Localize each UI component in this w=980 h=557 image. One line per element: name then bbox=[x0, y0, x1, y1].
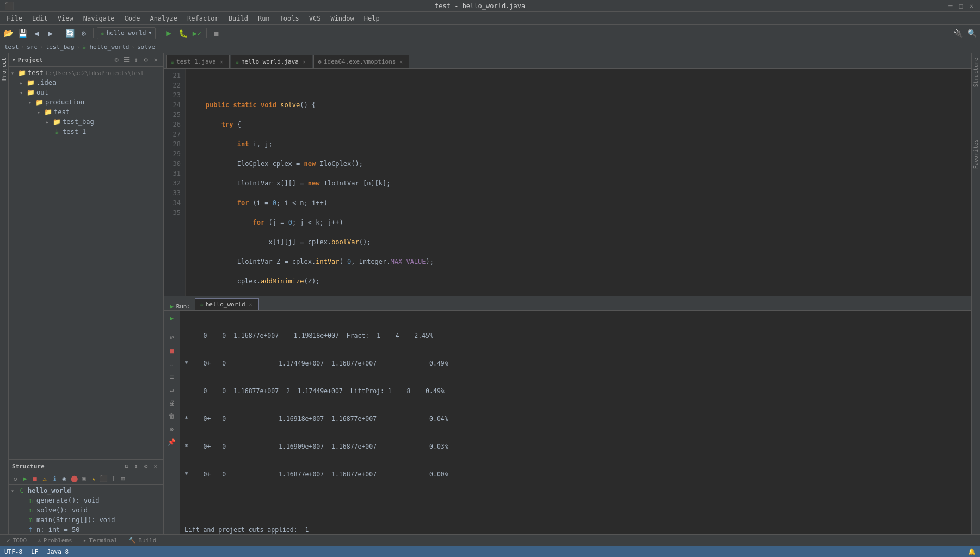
tab-test1-close[interactable]: ✕ bbox=[218, 59, 225, 65]
bottom-tab-build[interactable]: 🔨 Build bbox=[124, 536, 161, 545]
bottom-tab-terminal[interactable]: ▸ Terminal bbox=[79, 536, 122, 545]
breadcrumb-src[interactable]: src bbox=[27, 44, 38, 51]
terminal-label: Terminal bbox=[89, 537, 118, 544]
toolbar-open-btn[interactable]: 📂 bbox=[2, 27, 14, 39]
struct-btn-12[interactable]: ⊞ bbox=[119, 474, 127, 483]
struct-main[interactable]: ▸ m main(String[]): void bbox=[9, 515, 163, 525]
status-line-endings[interactable]: LF bbox=[31, 548, 38, 555]
run-tab-helloworld[interactable]: ☕ hello_world ✕ bbox=[195, 298, 258, 310]
menu-tools[interactable]: Tools bbox=[275, 14, 304, 23]
toolbar-save-btn[interactable]: 💾 bbox=[16, 27, 28, 39]
run-filter-btn[interactable]: ≡ bbox=[167, 372, 177, 382]
menu-code[interactable]: Code bbox=[120, 14, 145, 23]
toolbar-sep-1 bbox=[60, 28, 60, 38]
toolbar-search-btn[interactable]: 🔍 bbox=[966, 27, 978, 39]
structure-sort-btn[interactable]: ⇅ bbox=[122, 462, 131, 471]
breadcrumb-helloworld[interactable]: ☕ hello_world bbox=[82, 44, 129, 51]
editor-content[interactable]: 21 22 23 24 25 26 27 28 29 30 31 32 33 3… bbox=[164, 69, 971, 296]
menu-navigate[interactable]: Navigate bbox=[79, 14, 119, 23]
project-tab-icon[interactable]: Project bbox=[1, 55, 7, 83]
menu-help[interactable]: Help bbox=[360, 14, 384, 23]
breadcrumb-solve[interactable]: solve bbox=[137, 44, 155, 51]
menu-edit[interactable]: Edit bbox=[28, 14, 52, 23]
bottom-tab-todo[interactable]: ✓ TODO bbox=[2, 536, 31, 545]
run-stop-btn[interactable]: ■ bbox=[167, 345, 177, 356]
menu-file[interactable]: File bbox=[2, 14, 27, 23]
structure-close-btn[interactable]: ✕ bbox=[151, 462, 160, 471]
favorites-right-label[interactable]: Favorites bbox=[973, 135, 979, 173]
run-clear-btn[interactable]: 🗑 bbox=[167, 411, 177, 422]
close-btn[interactable]: ✕ bbox=[967, 2, 976, 10]
toolbar-sync-btn[interactable]: 🔄 bbox=[64, 27, 76, 39]
menu-run[interactable]: Run bbox=[254, 14, 274, 23]
struct-btn-10[interactable]: ⬛ bbox=[99, 474, 108, 483]
breadcrumb-testbag[interactable]: test_bag bbox=[46, 44, 75, 51]
project-expand-all-btn[interactable]: ↕ bbox=[132, 55, 140, 64]
tree-test-inner[interactable]: ▾ 📁 test bbox=[9, 107, 163, 117]
struct-btn-11[interactable]: T bbox=[109, 474, 118, 483]
status-java-version[interactable]: Java 8 bbox=[47, 548, 69, 555]
tree-out[interactable]: ▾ 📁 out bbox=[9, 88, 163, 97]
project-settings-btn[interactable]: ⚙ bbox=[112, 55, 121, 64]
run-rerun-btn[interactable]: ↺ bbox=[167, 332, 177, 343]
tree-idea[interactable]: ▸ 📁 .idea bbox=[9, 78, 163, 88]
toolbar-plugin-btn[interactable]: 🔌 bbox=[952, 27, 964, 39]
menu-refactor[interactable]: Refactor bbox=[183, 14, 223, 23]
stop-button[interactable]: ■ bbox=[210, 27, 222, 39]
menu-window[interactable]: Window bbox=[326, 14, 358, 23]
breadcrumb-test[interactable]: test bbox=[4, 44, 19, 51]
struct-solve[interactable]: ▸ m solve(): void bbox=[9, 505, 163, 515]
tab-test1[interactable]: ☕ test_1.java ✕ bbox=[166, 55, 230, 68]
status-encoding[interactable]: UTF-8 bbox=[4, 548, 22, 555]
run-pin-btn[interactable]: 📌 bbox=[167, 437, 177, 448]
struct-btn-4[interactable]: ⚠ bbox=[40, 474, 49, 483]
tab-vmoptions[interactable]: ⚙ idea64.exe.vmoptions ✕ bbox=[313, 55, 409, 68]
run-config-dropdown[interactable]: ☕ hello_world ▾ bbox=[97, 27, 156, 39]
struct-btn-5[interactable]: ℹ bbox=[50, 474, 59, 483]
tree-root[interactable]: ▾ 📁 test C:\Users\pc2\IdeaProjects\test bbox=[9, 68, 163, 78]
maximize-btn[interactable]: □ bbox=[957, 2, 965, 10]
run-settings-btn[interactable]: ⚙ bbox=[167, 424, 177, 435]
menu-analyze[interactable]: Analyze bbox=[145, 14, 182, 23]
toolbar-run-config[interactable]: ⚙ bbox=[78, 27, 90, 39]
project-collapse-btn[interactable]: ☰ bbox=[122, 55, 131, 64]
run-wrap-btn[interactable]: ↵ bbox=[167, 385, 177, 395]
run-scroll-btn[interactable]: ⇓ bbox=[167, 358, 177, 369]
structure-settings-btn[interactable]: ⚙ bbox=[141, 462, 150, 471]
struct-class[interactable]: ▾ C hello_world bbox=[9, 486, 163, 496]
debug-button[interactable]: 🐛 bbox=[177, 27, 189, 39]
struct-btn-8[interactable]: ▣ bbox=[79, 474, 88, 483]
tab-helloworld[interactable]: ☕ hello_world.java ✕ bbox=[231, 55, 312, 68]
menu-view[interactable]: View bbox=[53, 14, 78, 23]
tree-test1[interactable]: ▸ ☕ test_1 bbox=[9, 127, 163, 137]
toolbar-forward-btn[interactable]: ▶ bbox=[45, 27, 57, 39]
menu-vcs[interactable]: VCS bbox=[305, 14, 325, 23]
minimize-btn[interactable]: ─ bbox=[946, 2, 954, 10]
run-print-btn[interactable]: 🖨 bbox=[167, 398, 177, 409]
struct-n[interactable]: ▸ f n: int = 50 bbox=[9, 525, 163, 535]
project-close-btn[interactable]: ✕ bbox=[151, 55, 160, 64]
tab-vmoptions-close[interactable]: ✕ bbox=[398, 59, 404, 65]
toolbar-back-btn[interactable]: ◀ bbox=[30, 27, 42, 39]
structure-right-label[interactable]: Structure bbox=[973, 53, 979, 91]
run-play-btn[interactable]: ▶ bbox=[167, 313, 177, 324]
struct-btn-6[interactable]: ◉ bbox=[60, 474, 69, 483]
structure-expand-btn[interactable]: ↕ bbox=[132, 462, 140, 471]
status-notifications[interactable]: 🔔 bbox=[968, 548, 976, 555]
run-coverage-btn[interactable]: ▶✓ bbox=[191, 27, 203, 39]
project-gear-btn[interactable]: ⚙ bbox=[141, 55, 150, 64]
tree-production[interactable]: ▾ 📁 production bbox=[9, 97, 163, 107]
run-tab-close[interactable]: ✕ bbox=[248, 301, 254, 308]
tab-helloworld-close[interactable]: ✕ bbox=[301, 59, 307, 65]
bottom-tab-problems[interactable]: ⚠ Problems bbox=[33, 536, 77, 545]
code-content[interactable]: public static void solve() { try { int i… bbox=[186, 69, 971, 296]
tree-testbag[interactable]: ▸ 📁 test_bag bbox=[9, 117, 163, 127]
struct-btn-7[interactable]: ⬤ bbox=[70, 474, 78, 483]
menu-build[interactable]: Build bbox=[224, 14, 252, 23]
struct-btn-9[interactable]: ★ bbox=[89, 474, 98, 483]
struct-btn-1[interactable]: ↻ bbox=[11, 474, 20, 483]
struct-btn-3[interactable]: ■ bbox=[30, 474, 39, 483]
run-button[interactable]: ▶ bbox=[163, 27, 175, 39]
struct-generate[interactable]: ▸ m generate(): void bbox=[9, 496, 163, 505]
struct-btn-2[interactable]: ▶ bbox=[21, 474, 29, 483]
